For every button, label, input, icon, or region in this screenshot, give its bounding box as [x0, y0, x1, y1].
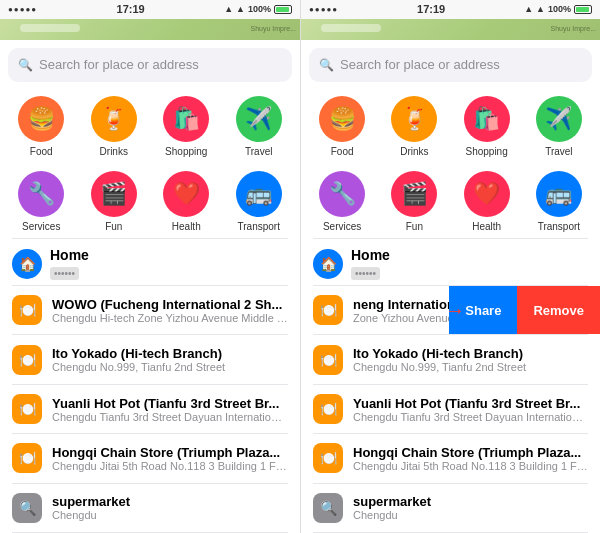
list-item-title: Hongqi Chain Store (Triumph Plaza... — [353, 445, 588, 460]
battery-label: 100% — [248, 4, 271, 14]
list-item-title: supermarket — [52, 494, 288, 509]
list-item-title: Ito Yokado (Hi-tech Branch) — [353, 346, 588, 361]
battery-icon — [274, 5, 292, 14]
list-item-2[interactable]: 🍽️ Yuanli Hot Pot (Tianfu 3rd Street Br.… — [0, 385, 300, 433]
status-left: ●●●●● — [8, 5, 37, 14]
status-time: 17:19 — [117, 3, 145, 15]
list-item-3[interactable]: 🍽️ Hongqi Chain Store (Triumph Plaza... … — [0, 434, 300, 482]
category-icon: 🚌 — [536, 171, 582, 217]
category-label: Food — [30, 146, 53, 157]
list-item-title: Yuanli Hot Pot (Tianfu 3rd Street Br... — [353, 396, 588, 411]
category-item-travel[interactable]: ✈️ Travel — [524, 90, 594, 163]
search-placeholder: Search for place or address — [340, 57, 500, 72]
category-item-travel[interactable]: ✈️ Travel — [224, 90, 295, 163]
category-item-health[interactable]: ❤️ Health — [151, 165, 222, 238]
category-label: Drinks — [400, 146, 428, 157]
search-placeholder: Search for place or address — [39, 57, 199, 72]
status-left: ●●●●● — [309, 5, 338, 14]
list-item-4[interactable]: 🔍 supermarket Chengdu — [301, 484, 600, 532]
list-item-content: Hongqi Chain Store (Triumph Plaza... Che… — [353, 445, 588, 472]
category-item-transport[interactable]: 🚌 Transport — [224, 165, 295, 238]
category-grid: 🍔 Food 🍹 Drinks 🛍️ Shopping ✈️ Travel 🔧 … — [301, 90, 600, 238]
category-item-food[interactable]: 🍔 Food — [307, 90, 377, 163]
category-item-shopping[interactable]: 🛍️ Shopping — [151, 90, 222, 163]
category-icon: 🛍️ — [464, 96, 510, 142]
list-item-content: Ito Yokado (Hi-tech Branch) Chengdu No.9… — [52, 346, 288, 373]
swipe-actions: Share Remove — [449, 286, 600, 334]
category-label: Services — [22, 221, 60, 232]
category-item-transport[interactable]: 🚌 Transport — [524, 165, 594, 238]
list-item-icon: 🍽️ — [313, 394, 343, 424]
list-item-sub: Chengdu No.999, Tianfu 2nd Street — [353, 361, 588, 373]
category-label: Services — [323, 221, 361, 232]
wifi-icon: ▲ — [536, 4, 545, 14]
saved-info: Home •••••• — [351, 247, 588, 281]
remove-button[interactable]: Remove — [517, 286, 600, 334]
list-item-2[interactable]: 🍽️ Yuanli Hot Pot (Tianfu 3rd Street Br.… — [301, 385, 600, 433]
category-label: Travel — [545, 146, 572, 157]
category-label: Health — [172, 221, 201, 232]
list-item-sub: Chengdu Hi-tech Zone Yizhou Avenue Middl… — [52, 312, 288, 324]
list-item-content: Yuanli Hot Pot (Tianfu 3rd Street Br... … — [52, 396, 288, 423]
panel-left: ●●●●● 17:19 ▲ ▲ 100% Shuyu Impre... 🔍 Se… — [0, 0, 300, 533]
category-icon: 🍔 — [18, 96, 64, 142]
search-bar[interactable]: 🔍 Search for place or address — [309, 48, 592, 82]
category-item-services[interactable]: 🔧 Services — [307, 165, 377, 238]
category-icon: 🔧 — [18, 171, 64, 217]
category-icon: ❤️ — [464, 171, 510, 217]
list-item-0[interactable]: 🍽️ WOWO (Fucheng International 2 Sh... C… — [0, 286, 300, 334]
status-time: 17:19 — [417, 3, 445, 15]
category-item-drinks[interactable]: 🍹 Drinks — [379, 90, 449, 163]
signal-icon: ▲ — [524, 4, 533, 14]
list-item-icon: 🍽️ — [12, 295, 42, 325]
category-icon: 🔧 — [319, 171, 365, 217]
list-item-content: supermarket Chengdu — [52, 494, 288, 521]
category-item-health[interactable]: ❤️ Health — [452, 165, 522, 238]
category-item-food[interactable]: 🍔 Food — [6, 90, 77, 163]
map-strip: Shuyu Impre... — [301, 19, 600, 40]
status-bar: ●●●●● 17:19 ▲ ▲ 100% — [0, 0, 300, 19]
list-item-sub: Chengdu Jitai 5th Road No.118 3 Building… — [353, 460, 588, 472]
category-item-fun[interactable]: 🎬 Fun — [79, 165, 150, 238]
map-watermark: Shuyu Impre... — [250, 25, 296, 32]
saved-section[interactable]: 🏠 Home •••••• — [301, 239, 600, 285]
list-item-4[interactable]: 🔍 supermarket Chengdu — [0, 484, 300, 532]
status-bar: ●●●●● 17:19 ▲ ▲ 100% — [301, 0, 600, 19]
list-item-title: supermarket — [353, 494, 588, 509]
category-label: Shopping — [165, 146, 207, 157]
saved-section[interactable]: 🏠 Home •••••• — [0, 239, 300, 285]
swipe-arrow: → — [445, 299, 465, 322]
status-right: ▲ ▲ 100% — [224, 4, 292, 14]
list-item-0[interactable]: 🍽️ neng International 2 Sh... Zone Yizho… — [301, 286, 600, 334]
wifi-icon: ▲ — [236, 4, 245, 14]
list-item-icon: 🍽️ — [313, 295, 343, 325]
category-item-shopping[interactable]: 🛍️ Shopping — [452, 90, 522, 163]
list-item-1[interactable]: 🍽️ Ito Yokado (Hi-tech Branch) Chengdu N… — [301, 335, 600, 383]
category-label: Transport — [238, 221, 280, 232]
category-item-services[interactable]: 🔧 Services — [6, 165, 77, 238]
saved-title: Home — [351, 247, 588, 263]
category-item-fun[interactable]: 🎬 Fun — [379, 165, 449, 238]
search-bar[interactable]: 🔍 Search for place or address — [8, 48, 292, 82]
list-item-1[interactable]: 🍽️ Ito Yokado (Hi-tech Branch) Chengdu N… — [0, 335, 300, 383]
category-icon: 🎬 — [391, 171, 437, 217]
category-icon: ✈️ — [536, 96, 582, 142]
list-item-content: Hongqi Chain Store (Triumph Plaza... Che… — [52, 445, 288, 472]
category-item-drinks[interactable]: 🍹 Drinks — [79, 90, 150, 163]
category-icon: 🚌 — [236, 171, 282, 217]
list-item-sub: Chengdu Tianfu 3rd Street Dayuan Interna… — [52, 411, 288, 423]
category-label: Drinks — [100, 146, 128, 157]
list-item-icon: 🔍 — [12, 493, 42, 523]
battery-label: 100% — [548, 4, 571, 14]
list-item-sub: Chengdu — [353, 509, 588, 521]
category-icon: 🍹 — [391, 96, 437, 142]
category-label: Travel — [245, 146, 272, 157]
home-icon: 🏠 — [313, 249, 343, 279]
home-icon: 🏠 — [12, 249, 42, 279]
list-item-content: supermarket Chengdu — [353, 494, 588, 521]
list-item-3[interactable]: 🍽️ Hongqi Chain Store (Triumph Plaza... … — [301, 434, 600, 482]
category-icon: ✈️ — [236, 96, 282, 142]
category-icon: 🍹 — [91, 96, 137, 142]
list-item-icon: 🔍 — [313, 493, 343, 523]
category-icon: 🍔 — [319, 96, 365, 142]
